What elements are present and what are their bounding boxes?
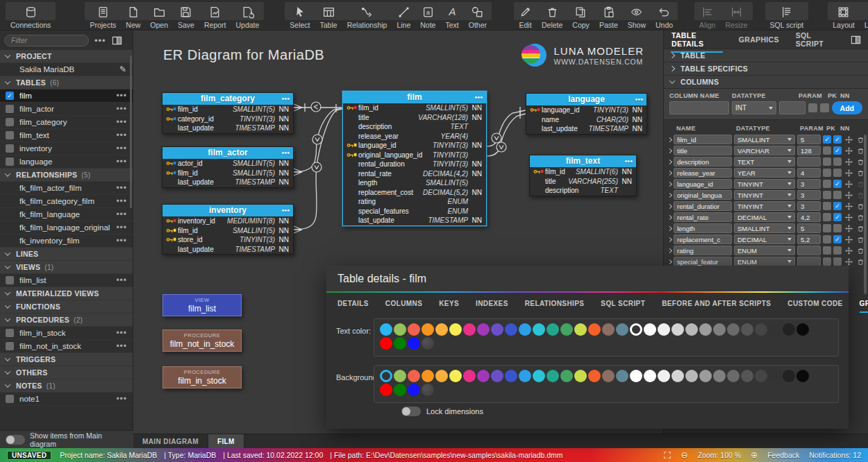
toolbar-button-new[interactable]: New <box>121 1 145 29</box>
item-checkbox[interactable] <box>6 105 14 113</box>
column-datatype-select[interactable]: ENUM <box>734 246 795 255</box>
column-param-input[interactable] <box>797 201 821 211</box>
sidebar-item-film_text[interactable]: film_text••• <box>0 129 133 142</box>
color-swatch[interactable] <box>630 323 642 336</box>
move-row-icon[interactable] <box>844 225 853 232</box>
sidebar-panel-toggle-icon[interactable] <box>112 35 122 46</box>
sidebar-scrollbar[interactable] <box>130 55 132 208</box>
entity-column-rental_rate[interactable]: rental_rateDECIMAL(4,2)NN <box>343 169 486 179</box>
nn-checkbox[interactable]: ✓ <box>833 202 842 210</box>
column-name-input[interactable] <box>674 246 732 255</box>
toolbar-button-delete[interactable]: Delete <box>537 1 567 29</box>
columns-scrollbar[interactable] <box>864 135 867 294</box>
item-menu-dots[interactable]: ••• <box>116 104 127 114</box>
panel-section-table[interactable]: TABLE <box>664 49 868 62</box>
column-datatype-select[interactable]: TEXT <box>734 157 795 166</box>
pk-checkbox[interactable] <box>823 202 831 210</box>
sidebar-section-materialized-views[interactable]: MATERIALIZED VIEWS <box>0 287 133 300</box>
color-swatch[interactable] <box>741 370 753 382</box>
new-column-pk-checkbox[interactable] <box>808 103 817 112</box>
nn-checkbox[interactable] <box>833 257 842 266</box>
show-items-toggle[interactable] <box>6 435 25 445</box>
color-swatch[interactable] <box>435 323 448 336</box>
color-swatch[interactable] <box>380 337 392 350</box>
column-name-input[interactable] <box>674 146 732 155</box>
color-swatch[interactable] <box>505 370 517 382</box>
entity-column-title[interactable]: titleVARCHAR(255)NN <box>530 177 636 187</box>
zoom-out-icon[interactable]: ⊖ <box>681 450 688 460</box>
color-swatch[interactable] <box>560 323 573 336</box>
column-name-input[interactable] <box>674 135 732 144</box>
entity-column-title[interactable]: titleVARCHAR(128)NN <box>343 113 486 123</box>
sidebar-project-name[interactable]: Sakila MariaDB✎ <box>0 63 133 76</box>
toolbar-button-paste[interactable]: Paste <box>594 1 623 29</box>
no-color-swatch[interactable] <box>422 384 434 396</box>
sidebar-item-film_category[interactable]: film_category••• <box>0 116 133 129</box>
sidebar-menu-button[interactable]: ••• <box>92 35 108 46</box>
sidebar-item-note1[interactable]: note1••• <box>0 393 133 406</box>
toolbar-button-save[interactable]: Save <box>173 1 199 29</box>
entity-header[interactable]: language••• <box>526 94 646 105</box>
color-swatch[interactable] <box>519 323 531 336</box>
entity-column-store_id[interactable]: store_idTINYINT(3)NN <box>162 235 293 245</box>
move-row-icon[interactable] <box>844 247 853 255</box>
nn-checkbox[interactable]: ✓ <box>833 180 842 188</box>
item-menu-dots[interactable]: ••• <box>116 328 127 338</box>
color-swatch[interactable] <box>435 370 448 382</box>
color-swatch[interactable] <box>533 323 545 336</box>
color-swatch[interactable] <box>769 370 781 382</box>
item-checkbox[interactable] <box>6 131 14 139</box>
entity-column-language_id[interactable]: language_idTINYINT(3)NN <box>343 141 486 151</box>
chevron-right-icon[interactable] <box>667 170 672 175</box>
view-shape-film_list[interactable]: VIEWfilm_list <box>162 294 242 316</box>
color-swatch[interactable] <box>699 323 712 336</box>
panel-split-icon[interactable] <box>851 35 861 45</box>
column-param-input[interactable] <box>797 157 821 166</box>
toolbar-button-update[interactable]: Update <box>231 1 264 29</box>
color-swatch[interactable] <box>422 323 434 336</box>
edit-pencil-icon[interactable]: ✎ <box>119 65 126 74</box>
proc-shape-film_not_in_stock[interactable]: PROCEDUREfilm_not_in_stock <box>162 330 242 352</box>
item-checkbox[interactable] <box>6 342 14 350</box>
toolbar-button-resize[interactable]: Resize <box>720 1 752 29</box>
pk-checkbox[interactable] <box>823 224 831 232</box>
entity-column-film_id[interactable]: film_idSMALLINT(5)NN <box>162 169 293 178</box>
column-name-input[interactable] <box>674 179 732 189</box>
column-param-input[interactable] <box>797 246 821 255</box>
sidebar-item-fk_film_actor_film[interactable]: fk_film_actor_film••• <box>0 182 133 195</box>
toolbar-button-other[interactable]: Other <box>464 1 492 29</box>
sidebar-section-relationships[interactable]: RELATIONSHIPS(5) <box>0 169 133 182</box>
entity-menu-dots[interactable]: ••• <box>281 147 290 159</box>
item-checkbox[interactable] <box>6 118 14 126</box>
color-swatch[interactable] <box>671 323 684 336</box>
entity-table-inventory[interactable]: inventory•••inventory_idMEDIUMINT(8)NNfi… <box>162 204 294 255</box>
chevron-right-icon[interactable] <box>667 214 672 219</box>
toolbar-button-copy[interactable]: Copy <box>567 1 594 29</box>
new-column-param-input[interactable] <box>779 101 806 114</box>
entity-header[interactable]: film_actor••• <box>162 147 293 159</box>
color-swatch[interactable] <box>533 370 545 382</box>
entity-column-description[interactable]: descriptionTEXT <box>530 186 636 196</box>
column-param-input[interactable] <box>797 190 821 200</box>
color-swatch[interactable] <box>546 323 559 336</box>
move-row-icon[interactable] <box>844 203 853 210</box>
color-swatch[interactable] <box>449 370 462 382</box>
color-swatch[interactable] <box>560 370 573 382</box>
item-menu-dots[interactable]: ••• <box>116 275 127 285</box>
move-row-icon[interactable] <box>844 214 853 221</box>
modal-tab-columns[interactable]: COLUMNS <box>385 294 422 313</box>
toolbar-button-report[interactable]: Report <box>199 1 231 29</box>
pk-checkbox[interactable] <box>823 257 831 266</box>
column-datatype-select[interactable]: ENUM <box>734 257 795 266</box>
no-color-swatch[interactable] <box>422 337 434 350</box>
color-swatch[interactable] <box>422 370 434 382</box>
color-swatch[interactable] <box>769 323 781 336</box>
chevron-right-icon[interactable] <box>667 237 672 241</box>
color-swatch[interactable] <box>380 323 392 336</box>
entity-column-inventory_id[interactable]: inventory_idMEDIUMINT(8)NN <box>162 216 293 226</box>
entity-column-rating[interactable]: ratingENUM <box>343 197 486 207</box>
modal-tab-indexes[interactable]: INDEXES <box>476 294 508 313</box>
color-swatch[interactable] <box>796 323 809 336</box>
panel-section-table-specifics[interactable]: TABLE SPECIFICS <box>664 62 868 76</box>
entity-column-last_update[interactable]: last_updateTIMESTAMPNN <box>162 123 293 133</box>
